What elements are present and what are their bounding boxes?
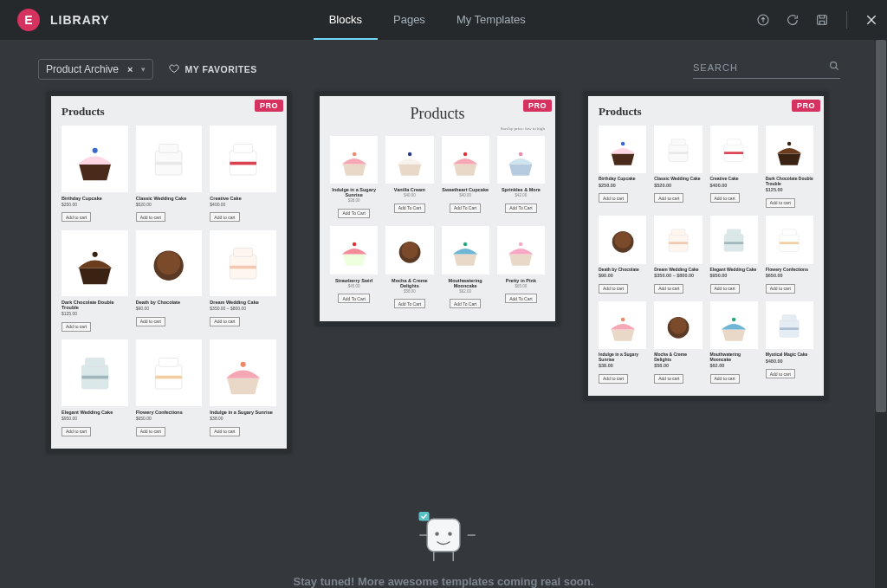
product-price: $62.00 bbox=[710, 363, 758, 368]
product-name: Birthday Cupcake bbox=[62, 196, 128, 201]
product-cell: Death by Chocolate$90.00Add to cart bbox=[136, 230, 203, 333]
tab-my-templates[interactable]: My Templates bbox=[441, 0, 541, 40]
product-cell: Elegant Wedding Cake$950.00Add to cart bbox=[62, 339, 128, 436]
add-to-cart-button: Add to cart bbox=[654, 374, 683, 384]
product-image bbox=[136, 126, 203, 192]
product-image bbox=[62, 126, 128, 192]
product-name: Flowery Confections bbox=[766, 268, 813, 273]
product-cell: Dream Wedding Cake$350.00 – $800.00Add t… bbox=[210, 230, 276, 333]
product-name: Death by Chocolate bbox=[136, 300, 203, 305]
pro-badge: PRO bbox=[255, 100, 283, 112]
product-price: $650.00 bbox=[766, 273, 813, 278]
library-header: E LIBRARY Blocks Pages My Templates bbox=[0, 0, 887, 40]
product-price: $650.00 bbox=[136, 416, 203, 421]
add-to-cart-button: Add to cart bbox=[599, 284, 628, 294]
product-image bbox=[710, 301, 758, 349]
add-to-cart-button: Add to cart bbox=[599, 193, 628, 203]
category-filter-chip[interactable]: Product Archive × ▾ bbox=[38, 59, 153, 80]
product-name: Strawberry Swirl bbox=[330, 278, 378, 283]
product-name: Elegant Wedding Cake bbox=[62, 410, 128, 415]
product-cell: Vanilla Cream$40.00Add To Cart bbox=[385, 136, 433, 218]
category-filter-label: Product Archive bbox=[46, 63, 119, 75]
upload-icon[interactable] bbox=[756, 13, 770, 27]
my-favorites-label: MY FAVORITES bbox=[185, 64, 256, 74]
product-price: $350.00 – $800.00 bbox=[654, 273, 702, 278]
product-meta: $45.00 bbox=[330, 284, 378, 288]
add-to-cart-button: Add to cart bbox=[710, 193, 740, 203]
sync-icon[interactable] bbox=[786, 13, 800, 27]
search-icon[interactable] bbox=[828, 60, 840, 75]
product-name: Indulge in a Sugary Sunrise bbox=[599, 352, 646, 362]
template-title: Products bbox=[330, 105, 545, 123]
product-cell: Flowery Confections$650.00Add to cart bbox=[766, 216, 813, 294]
product-price: $90.00 bbox=[599, 273, 646, 278]
product-price: $125.00 bbox=[62, 311, 128, 316]
library-subheader: Product Archive × ▾ MY FAVORITES bbox=[0, 40, 887, 92]
product-name: Dark Chocolate Double Trouble bbox=[62, 300, 128, 310]
product-price: $400.00 bbox=[210, 202, 276, 207]
svg-point-10 bbox=[435, 532, 439, 536]
template-card[interactable]: PRO Products Birthday Cupcake$250.00Add … bbox=[47, 92, 291, 453]
my-favorites-toggle[interactable]: MY FAVORITES bbox=[169, 63, 256, 75]
add-to-cart-button: Add to cart bbox=[62, 427, 91, 436]
scrollbar-track[interactable] bbox=[875, 40, 887, 588]
product-name: Classic Wedding Cake bbox=[654, 177, 702, 182]
add-to-cart-button: Add to cart bbox=[136, 212, 165, 222]
product-name: Indulge in a Sugary Sunrise bbox=[210, 410, 276, 415]
product-cell: Dream Wedding Cake$350.00 – $800.00Add t… bbox=[654, 216, 702, 294]
elementor-logo-icon: E bbox=[17, 9, 40, 31]
tab-blocks[interactable]: Blocks bbox=[314, 0, 378, 40]
product-name: Death by Chocolate bbox=[599, 268, 646, 273]
add-to-cart-button: Add to cart bbox=[766, 369, 795, 378]
product-price: $250.00 bbox=[62, 202, 128, 207]
product-image bbox=[442, 136, 489, 184]
svg-point-11 bbox=[448, 532, 452, 536]
product-price: $520.00 bbox=[136, 202, 203, 207]
add-to-cart-button: Add to cart bbox=[136, 317, 165, 326]
add-to-cart-button: Add to cart bbox=[654, 193, 683, 203]
product-name: Dark Chocolate Double Trouble bbox=[766, 177, 813, 186]
product-grid: Birthday Cupcake$250.00Add to cartClassi… bbox=[62, 126, 276, 436]
product-price: $90.00 bbox=[136, 306, 203, 311]
product-cell: Pretty in Pink$65.00Add To Cart bbox=[497, 226, 545, 308]
product-image bbox=[497, 226, 545, 274]
product-meta: $42.00 bbox=[497, 193, 545, 197]
category-filter-clear-icon[interactable]: × bbox=[127, 64, 133, 74]
tab-pages[interactable]: Pages bbox=[378, 0, 441, 40]
scrollbar-thumb[interactable] bbox=[876, 40, 886, 412]
product-name: Mouthwatering Mooncake bbox=[442, 278, 489, 288]
product-image bbox=[62, 339, 128, 406]
product-image bbox=[330, 136, 378, 184]
product-price: $950.00 bbox=[62, 416, 128, 421]
chevron-down-icon[interactable]: ▾ bbox=[141, 65, 146, 74]
add-to-cart-button: Add to cart bbox=[710, 374, 740, 384]
product-image bbox=[654, 216, 702, 263]
template-card[interactable]: PRO Products Birthday Cupcake$250.00Add … bbox=[584, 92, 828, 400]
product-cell: Flowery Confections$650.00Add to cart bbox=[136, 339, 203, 436]
product-name: Sprinkles & More bbox=[497, 187, 545, 192]
add-to-cart-button: Add to cart bbox=[210, 317, 239, 326]
product-price: $520.00 bbox=[654, 183, 702, 188]
product-name: Vanilla Cream bbox=[385, 187, 433, 192]
template-card[interactable]: PRO Products Sort by price: low to high … bbox=[315, 92, 560, 326]
footer-message: Stay tuned! More awesome templates comin… bbox=[0, 575, 887, 588]
product-meta: $40.00 bbox=[442, 193, 489, 197]
save-icon[interactable] bbox=[815, 13, 829, 27]
product-name: Mocha & Creme Delights bbox=[385, 278, 433, 288]
templates-grid: PRO Products Birthday Cupcake$250.00Add … bbox=[0, 92, 887, 453]
search-input[interactable] bbox=[693, 62, 828, 73]
product-image bbox=[136, 230, 203, 297]
add-to-cart-button: Add To Cart bbox=[338, 209, 369, 218]
add-to-cart-button: Add To Cart bbox=[505, 294, 536, 303]
product-grid: Birthday Cupcake$250.00Add to cartClassi… bbox=[599, 126, 813, 384]
add-to-cart-button: Add To Cart bbox=[450, 204, 481, 213]
heart-icon bbox=[169, 63, 179, 75]
product-price: $38.00 bbox=[599, 363, 646, 368]
library-tabs: Blocks Pages My Templates bbox=[314, 0, 541, 40]
search-field[interactable] bbox=[693, 60, 840, 79]
close-icon[interactable] bbox=[864, 13, 878, 27]
add-to-cart-button: Add to cart bbox=[62, 322, 91, 332]
library-footer: Stay tuned! More awesome templates comin… bbox=[0, 466, 887, 588]
sort-indicator: Sort by price: low to high bbox=[330, 126, 545, 131]
add-to-cart-button: Add to cart bbox=[136, 427, 165, 436]
